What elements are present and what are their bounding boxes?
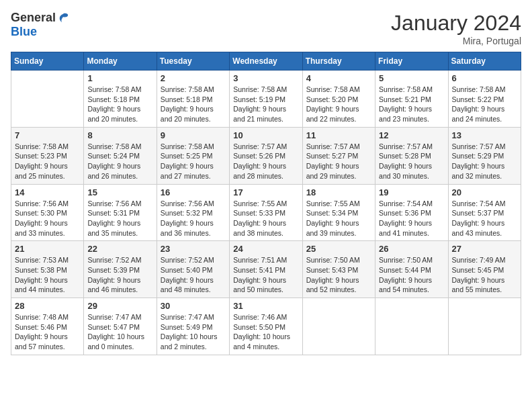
day-info: Sunrise: 7:55 AMSunset: 5:33 PMDaylight:… [233,199,298,238]
location-label: Mira, Portugal [391,36,521,46]
day-info: Sunrise: 7:54 AMSunset: 5:37 PMDaylight:… [452,199,517,238]
day-info: Sunrise: 7:56 AMSunset: 5:32 PMDaylight:… [161,199,226,238]
calendar-cell: 28Sunrise: 7:48 AMSunset: 5:46 PMDayligh… [11,298,84,355]
calendar-cell: 22Sunrise: 7:52 AMSunset: 5:39 PMDayligh… [84,241,157,298]
logo: General Blue [11,11,69,39]
day-number: 14 [15,187,80,197]
calendar-week-row: 28Sunrise: 7:48 AMSunset: 5:46 PMDayligh… [11,298,521,355]
day-number: 11 [306,130,371,140]
day-number: 29 [87,301,152,311]
day-info: Sunrise: 7:58 AMSunset: 5:18 PMDaylight:… [161,85,226,124]
day-info: Sunrise: 7:47 AMSunset: 5:47 PMDaylight:… [87,312,152,352]
calendar-cell: 6Sunrise: 7:58 AMSunset: 5:22 PMDaylight… [448,71,521,128]
day-number: 19 [379,187,444,197]
day-number: 18 [306,187,371,197]
day-number: 12 [379,130,444,140]
day-info: Sunrise: 7:56 AMSunset: 5:31 PMDaylight:… [87,199,152,238]
calendar-cell: 10Sunrise: 7:57 AMSunset: 5:26 PMDayligh… [230,127,302,184]
day-number: 3 [233,73,298,83]
page-header: General Blue January 2024 Mira, Portugal [11,11,521,46]
weekday-header-friday: Friday [375,52,448,71]
calendar-cell: 5Sunrise: 7:58 AMSunset: 5:21 PMDaylight… [375,71,448,128]
calendar-cell: 4Sunrise: 7:58 AMSunset: 5:20 PMDaylight… [302,71,375,128]
calendar-table: SundayMondayTuesdayWednesdayThursdayFrid… [11,52,521,355]
day-info: Sunrise: 7:47 AMSunset: 5:49 PMDaylight:… [161,312,226,352]
day-number: 7 [15,130,80,140]
day-info: Sunrise: 7:57 AMSunset: 5:28 PMDaylight:… [379,142,444,181]
day-info: Sunrise: 7:56 AMSunset: 5:30 PMDaylight:… [15,199,80,238]
calendar-cell: 2Sunrise: 7:58 AMSunset: 5:18 PMDaylight… [157,71,229,128]
day-number: 26 [379,244,444,254]
calendar-cell: 8Sunrise: 7:58 AMSunset: 5:24 PMDaylight… [84,127,157,184]
day-number: 6 [452,73,517,83]
day-info: Sunrise: 7:49 AMSunset: 5:45 PMDaylight:… [452,255,517,295]
day-info: Sunrise: 7:52 AMSunset: 5:39 PMDaylight:… [87,255,152,295]
day-number: 20 [452,187,517,197]
day-info: Sunrise: 7:57 AMSunset: 5:27 PMDaylight:… [306,142,371,181]
calendar-cell: 19Sunrise: 7:54 AMSunset: 5:36 PMDayligh… [375,184,448,241]
logo-blue-text: Blue [11,25,37,39]
calendar-cell: 13Sunrise: 7:57 AMSunset: 5:29 PMDayligh… [448,127,521,184]
calendar-cell [448,298,521,355]
day-info: Sunrise: 7:48 AMSunset: 5:46 PMDaylight:… [15,312,80,352]
day-info: Sunrise: 7:57 AMSunset: 5:26 PMDaylight:… [233,142,298,181]
weekday-header-saturday: Saturday [448,52,521,71]
calendar-cell [302,298,375,355]
calendar-week-row: 7Sunrise: 7:58 AMSunset: 5:23 PMDaylight… [11,127,521,184]
calendar-cell: 21Sunrise: 7:53 AMSunset: 5:38 PMDayligh… [11,241,84,298]
weekday-header-monday: Monday [84,52,157,71]
calendar-cell: 1Sunrise: 7:58 AMSunset: 5:18 PMDaylight… [84,71,157,128]
day-info: Sunrise: 7:54 AMSunset: 5:36 PMDaylight:… [379,199,444,238]
calendar-cell: 16Sunrise: 7:56 AMSunset: 5:32 PMDayligh… [157,184,229,241]
calendar-week-row: 14Sunrise: 7:56 AMSunset: 5:30 PMDayligh… [11,184,521,241]
day-number: 27 [452,244,517,254]
day-info: Sunrise: 7:50 AMSunset: 5:44 PMDaylight:… [379,255,444,295]
day-number: 4 [306,73,371,83]
day-number: 17 [233,187,298,197]
calendar-cell: 9Sunrise: 7:58 AMSunset: 5:25 PMDaylight… [157,127,229,184]
calendar-cell [11,71,84,128]
day-number: 8 [87,130,152,140]
weekday-header-wednesday: Wednesday [230,52,302,71]
calendar-week-row: 21Sunrise: 7:53 AMSunset: 5:38 PMDayligh… [11,241,521,298]
title-section: January 2024 Mira, Portugal [391,11,521,46]
day-number: 23 [161,244,226,254]
logo-general-text: General [11,11,56,25]
day-number: 15 [87,187,152,197]
calendar-cell: 27Sunrise: 7:49 AMSunset: 5:45 PMDayligh… [448,241,521,298]
day-info: Sunrise: 7:52 AMSunset: 5:40 PMDaylight:… [161,255,226,295]
day-info: Sunrise: 7:58 AMSunset: 5:22 PMDaylight:… [452,85,517,124]
day-info: Sunrise: 7:58 AMSunset: 5:25 PMDaylight:… [161,142,226,181]
day-number: 5 [379,73,444,83]
day-number: 22 [87,244,152,254]
calendar-cell: 29Sunrise: 7:47 AMSunset: 5:47 PMDayligh… [84,298,157,355]
day-number: 16 [161,187,226,197]
day-number: 28 [15,301,80,311]
weekday-header-sunday: Sunday [11,52,84,71]
day-number: 25 [306,244,371,254]
weekday-header-row: SundayMondayTuesdayWednesdayThursdayFrid… [11,52,521,71]
weekday-header-tuesday: Tuesday [157,52,229,71]
day-info: Sunrise: 7:58 AMSunset: 5:18 PMDaylight:… [87,85,152,124]
day-info: Sunrise: 7:55 AMSunset: 5:34 PMDaylight:… [306,199,371,238]
calendar-cell: 23Sunrise: 7:52 AMSunset: 5:40 PMDayligh… [157,241,229,298]
calendar-week-row: 1Sunrise: 7:58 AMSunset: 5:18 PMDaylight… [11,71,521,128]
calendar-cell: 25Sunrise: 7:50 AMSunset: 5:43 PMDayligh… [302,241,375,298]
calendar-cell: 12Sunrise: 7:57 AMSunset: 5:28 PMDayligh… [375,127,448,184]
day-number: 1 [87,73,152,83]
day-number: 13 [452,130,517,140]
day-number: 2 [161,73,226,83]
day-number: 31 [233,301,298,311]
day-info: Sunrise: 7:46 AMSunset: 5:50 PMDaylight:… [233,312,298,352]
calendar-cell: 17Sunrise: 7:55 AMSunset: 5:33 PMDayligh… [230,184,302,241]
logo-bird-icon [57,12,69,24]
day-info: Sunrise: 7:51 AMSunset: 5:41 PMDaylight:… [233,255,298,295]
day-info: Sunrise: 7:57 AMSunset: 5:29 PMDaylight:… [452,142,517,181]
day-number: 9 [161,130,226,140]
day-number: 24 [233,244,298,254]
calendar-cell: 3Sunrise: 7:58 AMSunset: 5:19 PMDaylight… [230,71,302,128]
day-info: Sunrise: 7:58 AMSunset: 5:24 PMDaylight:… [87,142,152,181]
calendar-cell: 30Sunrise: 7:47 AMSunset: 5:49 PMDayligh… [157,298,229,355]
calendar-cell: 20Sunrise: 7:54 AMSunset: 5:37 PMDayligh… [448,184,521,241]
day-info: Sunrise: 7:58 AMSunset: 5:19 PMDaylight:… [233,85,298,124]
